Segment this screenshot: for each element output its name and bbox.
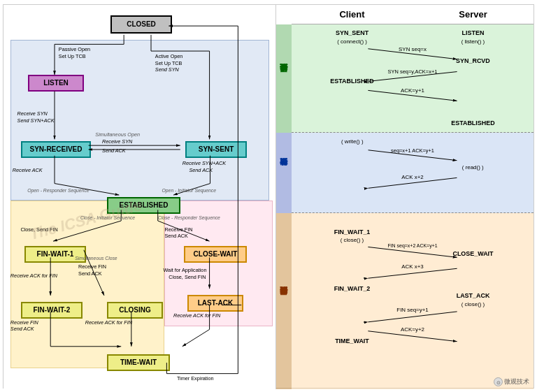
svg-line-55 [182, 329, 210, 346]
state-closed: CLOSED [110, 15, 172, 34]
state-diagram: The ICSA Guide CLOSED LISTEN SYN-RECEIVE… [7, 8, 272, 386]
svg-text:SYN seq=x: SYN seq=x [399, 45, 427, 52]
svg-text:( close() ): ( close() ) [341, 237, 364, 243]
seq-header: Client Server [292, 5, 534, 24]
state-time-wait: TIME-WAIT [107, 354, 170, 371]
section-data: ( write() ) seq=x+1 ACK=y+1 ( read() ) A… [292, 133, 534, 213]
svg-text:LISTEN: LISTEN [462, 29, 485, 36]
svg-text:SYN seq=y,ACK=x+1: SYN seq=y,ACK=x+1 [388, 68, 438, 74]
client-header: Client [292, 9, 413, 20]
svg-text:seq=x+1 ACK=y+1: seq=x+1 ACK=y+1 [391, 147, 434, 153]
section-handshake: SYN_SENT ( connect() ) ESTABLISHED LISTE… [292, 24, 534, 133]
server-header: Server [413, 9, 534, 20]
state-last-ack: LAST-ACK [187, 295, 243, 312]
left-panel: The ICSA Guide CLOSED LISTEN SYN-RECEIVE… [3, 5, 275, 389]
svg-text:TIME_WAIT: TIME_WAIT [335, 337, 369, 344]
svg-text:( write() ): ( write() ) [341, 138, 364, 144]
svg-text:CLOSE_WAIT: CLOSE_WAIT [452, 250, 494, 257]
state-close-wait: CLOSE-WAIT [184, 246, 247, 263]
logo-icon: ⊙ [494, 377, 503, 386]
svg-text:( close() ): ( close() ) [461, 300, 485, 307]
label-handshake: 建链接三次握手 [276, 24, 292, 133]
state-syn-received: SYN-RECEIVED [21, 141, 91, 158]
state-closing: CLOSING [107, 302, 163, 319]
svg-text:Timer Expiration: Timer Expiration [177, 375, 214, 382]
region-blue [10, 40, 269, 201]
close-svg: FIN_WAIT_1 ( close() ) FIN_WAIT_2 TIME_W… [292, 213, 534, 389]
svg-line-97 [368, 268, 457, 278]
logo: ⊙ 微观技术 [494, 377, 529, 386]
svg-text:ACK=y+2: ACK=y+2 [401, 326, 425, 332]
svg-text:( connect() ): ( connect() ) [337, 38, 367, 44]
svg-text:SYN_RCVD: SYN_RCVD [456, 57, 490, 64]
svg-text:FIN_WAIT_1: FIN_WAIT_1 [334, 228, 371, 235]
label-data: 数据传输 [276, 133, 292, 213]
right-inner: Client Server SYN_SENT [276, 5, 534, 389]
svg-text:LAST_ACK: LAST_ACK [457, 292, 490, 299]
handshake-svg: SYN_SENT ( connect() ) ESTABLISHED LISTE… [292, 24, 534, 132]
state-established: ESTABLISHED [107, 197, 180, 214]
svg-text:ESTABLISHED: ESTABLISHED [451, 119, 495, 126]
label-close: 断链接四次挥手 [276, 213, 292, 389]
svg-text:FIN_WAIT_2: FIN_WAIT_2 [334, 285, 371, 292]
svg-text:ESTABLISHED: ESTABLISHED [330, 78, 374, 85]
svg-text:( read() ): ( read() ) [462, 164, 484, 170]
region-yellow [10, 201, 164, 368]
svg-text:SYN_SENT: SYN_SENT [336, 29, 369, 36]
svg-text:ACK x+2: ACK x+2 [401, 174, 423, 180]
svg-line-95 [368, 247, 457, 257]
svg-line-101 [368, 331, 457, 341]
svg-text:FIN seq=y+1: FIN seq=y+1 [396, 306, 429, 312]
svg-text:FIN seq=x+2 ACK=y+1: FIN seq=x+2 ACK=y+1 [387, 243, 437, 249]
right-panel: Client Server SYN_SENT [275, 5, 534, 389]
section-close: FIN_WAIT_1 ( close() ) FIN_WAIT_2 TIME_W… [292, 213, 534, 389]
svg-text:( listen() ): ( listen() ) [461, 38, 485, 44]
state-fin-wait-2: FIN-WAIT-2 [21, 302, 83, 319]
state-listen: LISTEN [28, 75, 84, 92]
main-container: The ICSA Guide CLOSED LISTEN SYN-RECEIVE… [3, 4, 534, 389]
svg-line-99 [368, 311, 457, 321]
svg-text:ACK=y+1: ACK=y+1 [401, 87, 425, 94]
state-syn-sent: SYN-SENT [185, 141, 247, 158]
svg-text:ACK x+3: ACK x+3 [401, 263, 424, 270]
data-svg: ( write() ) seq=x+1 ACK=y+1 ( read() ) A… [292, 133, 534, 212]
state-fin-wait-1: FIN-WAIT-1 [24, 246, 86, 263]
